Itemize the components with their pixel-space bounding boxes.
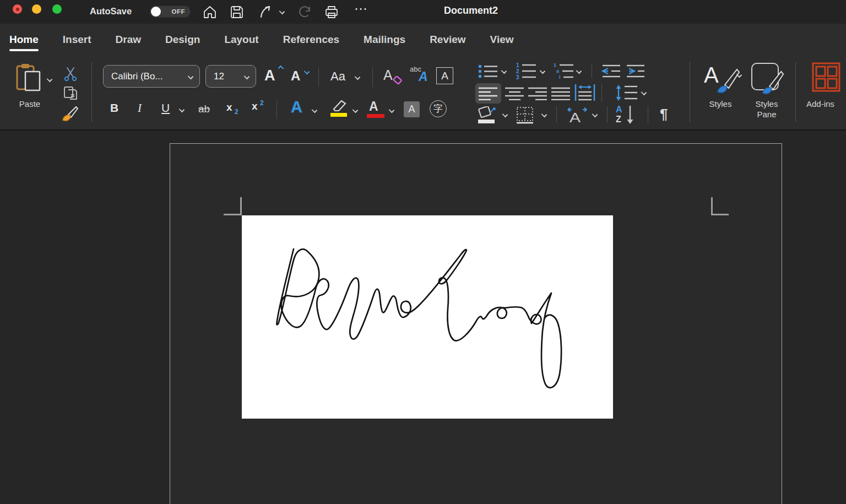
text-direction-dropdown-icon[interactable] — [592, 112, 598, 117]
text-direction-button[interactable]: A — [566, 106, 590, 124]
home-icon[interactable] — [202, 4, 218, 20]
align-center-button[interactable] — [505, 87, 524, 100]
autosave-toggle[interactable]: OFF — [150, 6, 191, 18]
svg-text:2: 2 — [516, 68, 519, 74]
tab-draw[interactable]: Draw — [116, 24, 141, 55]
paste-label[interactable]: Paste — [14, 99, 45, 109]
borders-icon[interactable] — [516, 106, 534, 124]
phonetic-guide-button[interactable]: abc A — [410, 65, 431, 88]
align-left-button[interactable] — [475, 83, 501, 104]
clear-formatting-button[interactable]: A — [383, 67, 405, 88]
enclose-characters-button[interactable]: 字 — [430, 100, 447, 117]
shading-icon[interactable] — [477, 106, 498, 124]
character-border-button[interactable]: A — [436, 67, 453, 84]
increase-indent-icon[interactable] — [626, 64, 646, 78]
add-ins-icon[interactable] — [812, 62, 840, 92]
svg-text:1: 1 — [516, 62, 519, 68]
signature-drawing — [242, 215, 613, 419]
character-shading-button[interactable]: A — [404, 101, 420, 117]
tab-home[interactable]: Home — [9, 24, 39, 55]
word-window: AutoSave OFF — [0, 0, 846, 504]
tab-references[interactable]: References — [283, 24, 339, 55]
redo-icon — [297, 4, 312, 20]
change-case-dropdown-icon[interactable] — [355, 74, 360, 80]
autosave-state: OFF — [172, 8, 186, 15]
underline-button[interactable]: U — [161, 101, 170, 115]
text-effects-dropdown-icon[interactable] — [312, 107, 317, 113]
styles-pane-brush-icon — [759, 69, 784, 96]
text-effects-button[interactable]: A — [291, 98, 302, 116]
justify-button[interactable] — [551, 87, 571, 100]
margin-mark-left — [224, 214, 241, 215]
styles-button[interactable]: A — [704, 62, 740, 95]
undo-dropdown-icon[interactable] — [279, 9, 285, 14]
numbering-dropdown-icon[interactable] — [540, 68, 545, 74]
tab-insert[interactable]: Insert — [63, 24, 91, 55]
caret-up-icon — [278, 66, 284, 71]
superscript-button[interactable]: x 2 — [252, 99, 264, 112]
traffic-minimize-icon[interactable] — [32, 4, 41, 14]
shrink-font-button[interactable]: A — [291, 68, 300, 84]
font-color-dropdown-icon[interactable] — [389, 107, 394, 113]
change-case-button[interactable]: Aa — [330, 69, 345, 84]
font-size-value: 12 — [214, 71, 224, 82]
font-size-select[interactable]: 12 — [205, 65, 256, 88]
font-family-value: Calibri (Bo... — [111, 71, 163, 82]
align-right-button[interactable] — [528, 87, 547, 100]
styles-pane-label-line2[interactable]: Pane — [747, 110, 787, 119]
document-canvas[interactable] — [0, 131, 846, 504]
line-spacing-icon[interactable] — [615, 84, 638, 101]
print-icon[interactable] — [324, 4, 339, 20]
bullets-dropdown-icon[interactable] — [501, 68, 507, 74]
tab-layout[interactable]: Layout — [224, 24, 258, 55]
grow-font-button[interactable]: A — [264, 67, 275, 84]
undo-icon[interactable] — [258, 4, 273, 20]
more-commands-icon[interactable]: ⋯ — [354, 1, 368, 17]
borders-dropdown-icon[interactable] — [541, 112, 547, 117]
styles-label[interactable]: Styles — [701, 99, 740, 109]
italic-button[interactable]: I — [138, 101, 142, 115]
line-spacing-dropdown-icon[interactable] — [641, 90, 647, 95]
highlight-icon[interactable] — [328, 99, 349, 118]
paste-dropdown-icon[interactable] — [47, 77, 52, 82]
tab-review[interactable]: Review — [430, 24, 465, 55]
caret-down-icon — [304, 69, 310, 74]
copy-icon[interactable] — [63, 85, 78, 101]
multilevel-dropdown-icon[interactable] — [576, 68, 582, 74]
numbering-icon[interactable]: 123 — [516, 62, 536, 80]
underline-dropdown-icon[interactable] — [179, 107, 185, 112]
styles-pane-label-line1[interactable]: Styles — [747, 99, 787, 109]
traffic-zoom-icon[interactable] — [52, 4, 62, 14]
svg-text:3: 3 — [516, 74, 519, 80]
format-painter-icon[interactable] — [61, 105, 78, 122]
chevron-down-icon — [188, 74, 193, 79]
subscript-button[interactable]: x 2 — [226, 101, 238, 116]
decrease-indent-icon[interactable] — [601, 64, 621, 78]
tab-view[interactable]: View — [490, 24, 514, 55]
distribute-text-icon[interactable] — [574, 84, 596, 101]
paste-icon[interactable] — [15, 63, 42, 94]
font-color-button[interactable]: A — [367, 99, 386, 118]
styles-brush-icon — [714, 67, 740, 95]
svg-text:1: 1 — [554, 62, 556, 68]
ribbon-home: Paste Calibri (Bo... 12 — [0, 55, 846, 129]
bullets-icon[interactable] — [478, 64, 498, 79]
add-ins-label[interactable]: Add-ins — [806, 99, 846, 109]
titlebar: AutoSave OFF — [0, 0, 846, 24]
cut-icon[interactable] — [63, 66, 78, 82]
tab-design[interactable]: Design — [165, 24, 200, 55]
bold-button[interactable]: B — [110, 101, 118, 115]
strikethrough-button[interactable]: ab — [198, 103, 210, 115]
svg-text:a: a — [556, 68, 560, 74]
highlight-dropdown-icon[interactable] — [352, 107, 358, 113]
pilcrow-button[interactable]: ¶ — [660, 106, 668, 123]
font-family-select[interactable]: Calibri (Bo... — [103, 65, 200, 88]
save-icon[interactable] — [229, 4, 245, 20]
signature-image[interactable] — [242, 215, 613, 419]
tab-mailings[interactable]: Mailings — [364, 24, 405, 55]
styles-pane-button[interactable] — [751, 62, 783, 95]
shading-dropdown-icon[interactable] — [502, 112, 508, 117]
multilevel-list-icon[interactable]: 1ai — [553, 62, 574, 80]
sort-button[interactable]: A Z — [616, 105, 638, 126]
traffic-close-icon[interactable] — [13, 4, 22, 14]
